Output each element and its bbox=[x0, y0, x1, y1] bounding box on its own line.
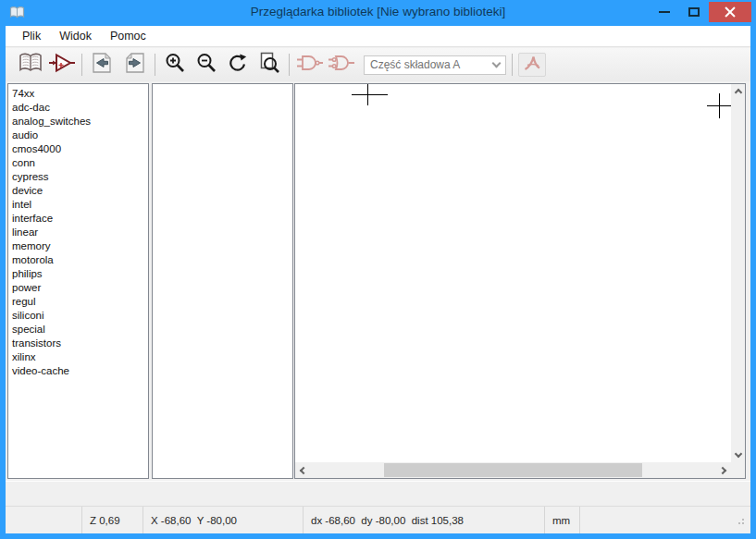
redraw-icon bbox=[227, 52, 249, 78]
resize-grip-icon[interactable] bbox=[736, 516, 745, 525]
scroll-up-button[interactable] bbox=[731, 84, 745, 98]
zoom-in-icon bbox=[164, 52, 186, 78]
chevron-left-icon bbox=[300, 466, 307, 473]
part-selector-combobox[interactable]: Część składowa A bbox=[364, 55, 506, 75]
cursor-crosshair bbox=[719, 93, 720, 118]
library-list-item[interactable]: analog_switches bbox=[12, 115, 148, 129]
library-list-item[interactable]: philips bbox=[12, 267, 148, 281]
schematic-canvas[interactable] bbox=[295, 84, 731, 462]
library-browser-window: Przeglądarka bibliotek [Nie wybrano bibl… bbox=[0, 0, 756, 539]
maximize-button[interactable] bbox=[680, 2, 708, 22]
zoom-out-icon bbox=[195, 52, 217, 78]
select-part-opamp-icon bbox=[49, 52, 75, 78]
toolbar-separator bbox=[512, 54, 513, 76]
library-list-item[interactable]: power bbox=[12, 281, 148, 295]
library-list-item[interactable]: siliconi bbox=[12, 309, 148, 323]
library-list-item[interactable]: intel bbox=[12, 198, 148, 212]
chevron-down-icon bbox=[734, 450, 741, 458]
titlebar: Przeglądarka bibliotek [Nie wybrano bibl… bbox=[0, 0, 756, 26]
redraw-button[interactable] bbox=[224, 52, 252, 78]
menu-item[interactable]: Pomoc bbox=[101, 27, 155, 45]
zoom-fit-icon bbox=[258, 52, 280, 78]
demorgan-standard-gate-icon bbox=[295, 54, 323, 76]
library-list-item[interactable]: xilinx bbox=[12, 350, 148, 364]
menu-item[interactable]: Widok bbox=[50, 27, 101, 45]
library-list-item[interactable]: cypress bbox=[12, 170, 148, 184]
status-units: mm bbox=[545, 507, 580, 533]
horizontal-scrollbar[interactable] bbox=[295, 462, 731, 478]
library-list: 74xx adc-dac analog_switches audio cmos4… bbox=[8, 84, 148, 378]
canvas-panel bbox=[294, 83, 746, 479]
status-relative-delta: dx -68,60 dy -80,00 dist 105,38 bbox=[304, 507, 545, 533]
export-pdf-icon bbox=[523, 54, 541, 76]
library-list-item[interactable]: memory bbox=[12, 239, 148, 253]
select-part-button[interactable] bbox=[48, 52, 76, 78]
library-list-item[interactable]: linear bbox=[12, 226, 148, 239]
scroll-down-button[interactable] bbox=[731, 448, 745, 462]
library-list-item[interactable]: device bbox=[12, 184, 148, 198]
select-library-button[interactable] bbox=[17, 52, 44, 78]
close-icon bbox=[725, 6, 736, 18]
status-cursor-position: X -68,60 Y -80,00 bbox=[143, 507, 304, 533]
previous-part-button[interactable] bbox=[88, 52, 116, 78]
demorgan-alternate-gate-icon bbox=[327, 54, 354, 76]
maximize-icon bbox=[688, 7, 700, 17]
status-empty-field bbox=[6, 507, 82, 533]
origin-crosshair bbox=[367, 84, 368, 105]
vertical-scrollbar[interactable] bbox=[731, 84, 745, 462]
window-title: Przeglądarka bibliotek [Nie wybrano bibl… bbox=[0, 5, 756, 18]
zoom-fit-button[interactable] bbox=[255, 52, 283, 78]
previous-part-icon bbox=[90, 52, 114, 78]
status-zoom-level: Z 0,69 bbox=[82, 507, 143, 533]
demorgan-standard-button[interactable] bbox=[295, 52, 323, 78]
next-part-button[interactable] bbox=[121, 52, 149, 78]
chevron-right-icon bbox=[719, 466, 726, 473]
next-part-icon bbox=[123, 52, 147, 78]
toolbar: Część składowa A bbox=[6, 48, 750, 81]
library-list-item[interactable]: transistors bbox=[12, 337, 148, 350]
component-list-panel[interactable] bbox=[152, 83, 293, 479]
library-list-item[interactable]: 74xx bbox=[12, 87, 148, 101]
minimize-icon bbox=[659, 11, 670, 13]
library-list-item[interactable]: motorola bbox=[12, 253, 148, 267]
demorgan-alternate-button[interactable] bbox=[327, 52, 354, 78]
library-list-item[interactable]: regul bbox=[12, 295, 148, 309]
export-pdf-button[interactable] bbox=[518, 53, 546, 77]
toolbar-separator bbox=[289, 54, 290, 76]
message-panel bbox=[6, 481, 750, 506]
toolbar-separator bbox=[81, 54, 82, 76]
scroll-right-button[interactable] bbox=[717, 462, 731, 478]
origin-crosshair bbox=[352, 94, 388, 95]
library-list-item[interactable]: video-cache bbox=[12, 364, 148, 378]
library-list-item[interactable]: conn bbox=[12, 156, 148, 170]
part-selector-value: Część składowa A bbox=[370, 58, 493, 71]
library-list-item[interactable]: special bbox=[12, 323, 148, 337]
toolbar-separator bbox=[155, 54, 155, 76]
scroll-left-button[interactable] bbox=[295, 462, 309, 478]
client-area: Plik Widok Pomoc bbox=[6, 26, 750, 533]
close-button[interactable] bbox=[709, 2, 751, 22]
chevron-up-icon bbox=[734, 89, 741, 96]
chevron-down-icon bbox=[492, 58, 502, 67]
select-library-book-icon bbox=[18, 52, 43, 78]
horizontal-scroll-thumb[interactable] bbox=[384, 463, 642, 477]
library-list-panel: 74xx adc-dac analog_switches audio cmos4… bbox=[7, 83, 149, 479]
menubar: Plik Widok Pomoc bbox=[6, 26, 750, 47]
zoom-out-button[interactable] bbox=[192, 52, 220, 78]
statusbar: Z 0,69 X -68,60 Y -80,00 dx -68,60 dy -8… bbox=[6, 506, 750, 533]
library-list-item[interactable]: interface bbox=[12, 212, 148, 226]
zoom-in-button[interactable] bbox=[161, 52, 189, 78]
minimize-button[interactable] bbox=[651, 2, 678, 22]
library-list-item[interactable]: cmos4000 bbox=[12, 142, 148, 156]
library-list-item[interactable]: audio bbox=[12, 129, 148, 142]
library-list-item[interactable]: adc-dac bbox=[12, 101, 148, 115]
status-resize-grip-field bbox=[580, 507, 750, 533]
menu-item[interactable]: Plik bbox=[13, 27, 50, 45]
